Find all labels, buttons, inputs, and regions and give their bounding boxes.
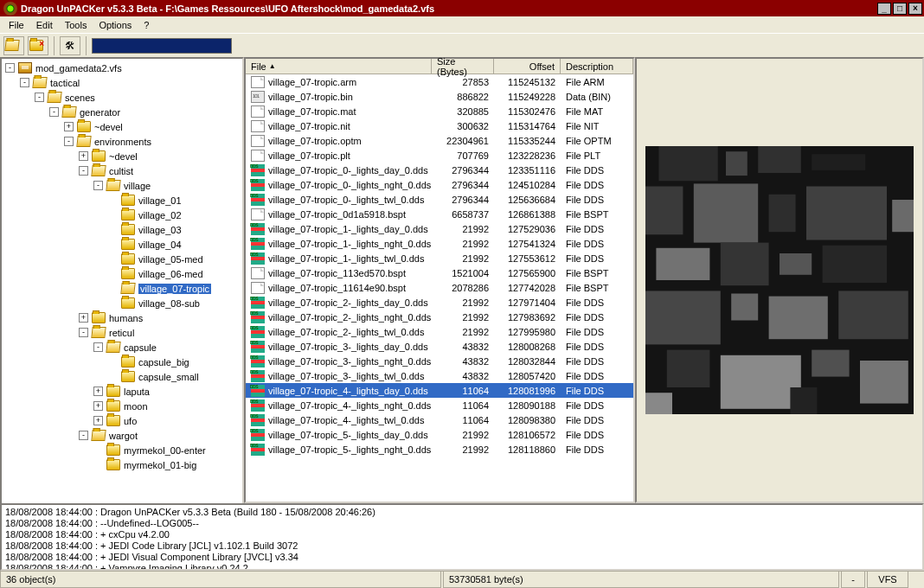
folder-icon <box>121 209 135 220</box>
collapse-icon[interactable]: - <box>49 107 59 117</box>
file-row[interactable]: village_07-tropic_4-_lights_day_0.dds110… <box>246 383 633 398</box>
tree-node[interactable]: +laputa <box>2 384 242 399</box>
close-file-button[interactable]: × <box>28 36 48 55</box>
file-row[interactable]: village_07-tropic.arm27853115245132File … <box>246 74 633 89</box>
tree-node[interactable]: -scenes <box>2 90 242 105</box>
file-row[interactable]: village_07-tropic.plt707769123228236File… <box>246 148 633 163</box>
collapse-icon[interactable]: - <box>35 93 44 102</box>
tree-node[interactable]: village_08-sub <box>2 296 242 310</box>
file-rows[interactable]: village_07-tropic.arm27853115245132File … <box>246 74 633 502</box>
tree-node[interactable]: -reticul <box>2 325 242 340</box>
expand-icon[interactable]: + <box>79 313 88 323</box>
collapse-icon[interactable]: - <box>93 181 103 190</box>
file-row[interactable]: village_07-tropic_1-_lights_day_0.dds219… <box>246 221 633 236</box>
file-name: village_07-tropic_0-_lights_twl_0.dds <box>268 195 424 205</box>
collapse-icon[interactable]: - <box>64 137 74 146</box>
file-row[interactable]: village_07-tropic_3-_lights_day_0.dds438… <box>246 339 633 354</box>
tree-node[interactable]: village_03 <box>2 222 242 237</box>
open-button[interactable] <box>3 36 24 55</box>
menu-options[interactable]: Options <box>93 18 137 32</box>
tree-node[interactable]: +ufo <box>2 413 242 428</box>
file-row[interactable]: village_07-tropic_2-_lights_twl_0.dds219… <box>246 324 633 339</box>
file-row[interactable]: village_07-tropic_1-_lights_twl_0.dds219… <box>246 251 633 265</box>
file-desc: File BSPT <box>561 209 633 220</box>
tree-node[interactable]: village_01 <box>2 193 242 208</box>
file-desc: File DDS <box>561 297 633 308</box>
tree-node[interactable]: +humans <box>2 310 242 325</box>
file-size: 21992 <box>432 444 494 455</box>
menu-help[interactable]: ? <box>138 18 154 32</box>
file-row[interactable]: village_07-tropic_5-_lights_nght_0.dds21… <box>246 442 633 457</box>
file-row[interactable]: village_07-tropic_4-_lights_twl_0.dds110… <box>246 412 633 427</box>
tree-node[interactable]: -capsule <box>2 340 242 355</box>
toolbar-field[interactable] <box>92 38 232 54</box>
tree-node[interactable]: +~devel <box>2 149 242 163</box>
folder-icon <box>106 386 120 397</box>
file-row[interactable]: village_07-tropic_113ed570.bspt152100412… <box>246 265 633 280</box>
file-row[interactable]: village_07-tropic_3-_lights_nght_0.dds43… <box>246 354 633 368</box>
tree-node[interactable]: -village <box>2 178 242 193</box>
tree-node[interactable]: -cultist <box>2 163 242 178</box>
svg-rect-19 <box>721 355 801 409</box>
file-row[interactable]: village_07-tropic_4-_lights_nght_0.dds11… <box>246 398 633 412</box>
tree-node[interactable]: capsule_small <box>2 369 242 384</box>
tree-node[interactable]: -tactical <box>2 75 242 90</box>
expand-icon[interactable]: + <box>93 416 103 425</box>
expand-icon[interactable]: + <box>93 401 103 411</box>
column-description[interactable]: Description <box>561 59 633 74</box>
tree-node[interactable]: capsule_big <box>2 355 242 369</box>
menu-file[interactable]: File <box>3 18 29 32</box>
menu-tools[interactable]: Tools <box>60 18 93 32</box>
column-file[interactable]: File▲ <box>246 59 432 74</box>
file-row[interactable]: village_07-tropic_3-_lights_twl_0.dds438… <box>246 368 633 383</box>
collapse-icon[interactable]: - <box>5 63 15 73</box>
file-row[interactable]: village_07-tropic_0-_lights_twl_0.dds279… <box>246 192 633 207</box>
file-row[interactable]: village_07-tropic_2-_lights_day_0.dds219… <box>246 295 633 310</box>
file-row[interactable]: village_07-tropic_2-_lights_nght_0.dds21… <box>246 310 633 324</box>
tools-button[interactable]: 🛠 <box>60 36 80 55</box>
file-row[interactable]: village_07-tropic.optm22304961115335244F… <box>246 133 633 148</box>
tree-node[interactable]: +moon <box>2 399 242 413</box>
file-offset: 128090188 <box>494 400 561 411</box>
expand-icon[interactable]: + <box>79 151 88 161</box>
tree-node[interactable]: -environments <box>2 134 242 149</box>
menu-edit[interactable]: Edit <box>31 18 58 32</box>
tree-node[interactable]: village_05-med <box>2 252 242 266</box>
sort-asc-icon: ▲ <box>269 62 276 70</box>
expand-icon[interactable]: + <box>93 387 103 396</box>
file-row[interactable]: village_07-tropic_0d1a5918.bspt665873712… <box>246 207 633 221</box>
log-panel[interactable]: 18/08/2008 18:44:00 : Dragon UnPACKer v5… <box>0 503 924 571</box>
tree-node[interactable]: village_04 <box>2 237 242 252</box>
tree-node[interactable]: myrmekol_01-big <box>2 457 242 472</box>
collapse-icon[interactable]: - <box>79 166 88 176</box>
file-row[interactable]: village_07-tropic_0-_lights_nght_0.dds27… <box>246 177 633 192</box>
file-row[interactable]: village_07-tropic.nit300632115314764File… <box>246 118 633 133</box>
tree-node[interactable]: village_07-tropic <box>2 281 242 296</box>
column-offset[interactable]: Offset <box>494 59 561 74</box>
minimize-button[interactable]: _ <box>877 3 891 15</box>
tree-node[interactable]: -mod_gamedata2.vfs <box>2 61 242 75</box>
tree-node[interactable]: -wargot <box>2 428 242 443</box>
maximize-button[interactable]: □ <box>893 3 907 15</box>
close-button[interactable]: × <box>908 3 922 15</box>
collapse-icon[interactable]: - <box>79 431 88 440</box>
file-list-panel: File▲ Size (Bytes) Offset Description vi… <box>244 57 635 503</box>
file-row[interactable]: village_07-tropic.bin886822115249228Data… <box>246 89 633 104</box>
tree-node[interactable]: myrmekol_00-enter <box>2 443 242 457</box>
tree-label: village_02 <box>138 210 182 220</box>
file-row[interactable]: village_07-tropic_11614e90.bspt207828612… <box>246 280 633 295</box>
file-row[interactable]: village_07-tropic_1-_lights_nght_0.dds21… <box>246 236 633 251</box>
file-row[interactable]: village_07-tropic.mat320885115302476File… <box>246 104 633 118</box>
tree-node[interactable]: -generator <box>2 105 242 119</box>
expand-icon[interactable]: + <box>64 122 74 131</box>
column-size[interactable]: Size (Bytes) <box>432 59 494 74</box>
file-row[interactable]: village_07-tropic_0-_lights_day_0.dds279… <box>246 163 633 177</box>
collapse-icon[interactable]: - <box>79 328 88 337</box>
collapse-icon[interactable]: - <box>20 78 29 87</box>
file-row[interactable]: village_07-tropic_5-_lights_day_0.dds219… <box>246 427 633 442</box>
tree-node[interactable]: +~devel <box>2 119 242 134</box>
tree-node[interactable]: village_06-med <box>2 266 242 281</box>
tree-panel[interactable]: -mod_gamedata2.vfs-tactical-scenes-gener… <box>0 57 244 503</box>
collapse-icon[interactable]: - <box>93 342 103 352</box>
tree-node[interactable]: village_02 <box>2 208 242 222</box>
